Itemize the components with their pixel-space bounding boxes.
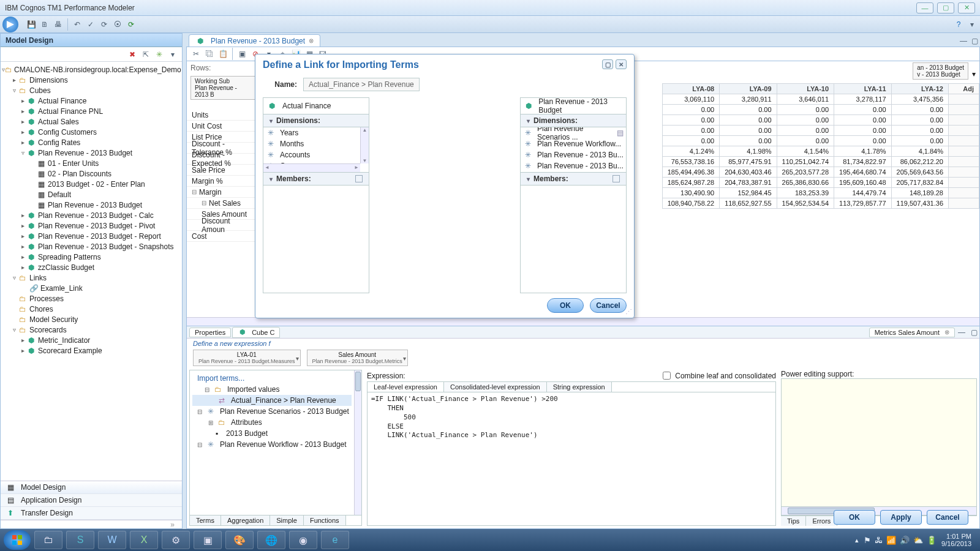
grid-cell[interactable]: 0.00 [834, 105, 891, 115]
grid-cell[interactable] [949, 115, 979, 126]
save-all-icon[interactable]: 🗎 [39, 19, 50, 30]
tab-functions[interactable]: Functions [304, 515, 346, 525]
dimension-item[interactable]: ✳Years [263, 127, 360, 138]
copy-icon[interactable]: ⿻ [204, 48, 215, 59]
tree-node[interactable]: Scorecard Example [38, 347, 102, 355]
system-clock[interactable]: 1:01 PM 9/16/2013 [941, 533, 971, 547]
stop-icon[interactable]: ⦿ [112, 19, 123, 30]
taskbar-explorer[interactable]: 🗀 [34, 531, 62, 549]
dimensions-header[interactable]: Dimensions: [520, 114, 627, 127]
delete-icon[interactable]: ✖ [127, 49, 138, 60]
grid-cell[interactable] [949, 167, 979, 178]
tab-properties[interactable]: Properties [189, 328, 231, 337]
combine-checkbox[interactable] [663, 372, 671, 380]
grid-cell[interactable]: 183,253.39 [777, 188, 834, 198]
link-name-field[interactable]: Actual_Finance > Plan Revenue [303, 78, 420, 91]
tree-node[interactable]: Model Security [29, 315, 78, 324]
dialog-close-button[interactable]: ✕ [616, 59, 627, 69]
dimension-item[interactable]: ✳Plan Revenue - 2013 Bu... [521, 160, 626, 171]
measure-row[interactable]: Margin % [187, 176, 260, 187]
cut-icon[interactable]: ✂ [190, 48, 202, 59]
grid-cell[interactable]: 3,278,117 [834, 94, 891, 105]
source-cube-header[interactable]: ⬢Actual Finance [263, 97, 369, 114]
grid-cell[interactable] [949, 136, 979, 146]
resize-handle[interactable]: ⋰ [625, 308, 632, 316]
grid-cell[interactable]: 0.00 [662, 115, 719, 126]
measure-row[interactable]: Net Sales [187, 198, 260, 209]
grid-cell[interactable]: 3,280,911 [720, 94, 777, 105]
tree-node[interactable]: Examle_Link [40, 284, 83, 293]
column-header[interactable]: LYA-11 [834, 84, 891, 94]
terms-node[interactable]: Attributes [231, 418, 262, 427]
tree-node[interactable]: 2013 Budget - 02 - Enter Plan [48, 180, 145, 189]
grid-cell[interactable]: 0.00 [834, 136, 891, 146]
data-grid[interactable]: LYA-08LYA-09LYA-10LYA-11LYA-12Adj 3,069,… [662, 83, 979, 209]
grid-cell[interactable]: 154,952,534.54 [777, 198, 834, 209]
source-members-list[interactable] [263, 186, 369, 293]
grid-cell[interactable]: 0.00 [891, 126, 948, 136]
help-dropdown-icon[interactable]: ▾ [967, 19, 978, 30]
tree-node[interactable]: Scorecards [29, 326, 67, 334]
grid-cell[interactable]: 0.00 [834, 126, 891, 136]
battery-icon[interactable]: 🔋 [927, 536, 937, 545]
dimension-item[interactable]: ✳Plan Revenue Workflow... [521, 138, 626, 149]
tab-application-design[interactable]: ▤Application Design [1, 494, 182, 507]
grid-cell[interactable]: 152,984.45 [720, 188, 777, 198]
grid-cell[interactable]: 0.00 [777, 126, 834, 136]
grid-cell[interactable]: 185,624,987.28 [662, 178, 719, 188]
tree-node[interactable]: Spreading Patterns [38, 253, 101, 261]
terms-node[interactable]: Plan Revenue Workflow - 2013 Budget [220, 440, 347, 449]
cloud-icon[interactable]: ⛅ [913, 536, 923, 545]
context-selector[interactable]: Working Sub Plan Revenue - 2013 B [190, 76, 256, 100]
tree-node[interactable]: Plan Revenue - 2013 Budget - Report [38, 232, 161, 241]
grid-cell[interactable]: 113,729,857.77 [834, 198, 891, 209]
tree-node[interactable]: Actual Finance PNL [38, 107, 103, 116]
commit-icon[interactable]: ▣ [236, 48, 247, 59]
close-button[interactable]: ✕ [958, 2, 975, 13]
tab-cube-calc[interactable]: ⬢Cube C [232, 327, 280, 338]
tree-node[interactable]: Plan Revenue - 2013 Budget - Calc [38, 211, 154, 220]
wifi-icon[interactable]: 📶 [886, 536, 896, 545]
dimension-item[interactable]: ✳Months [263, 138, 360, 149]
tree-node[interactable]: Chores [29, 305, 53, 313]
grid-cell[interactable]: 0.00 [891, 136, 948, 146]
dialog-cancel-button[interactable]: Cancel [590, 298, 627, 313]
grid-cell[interactable]: 76,553,738.16 [662, 157, 719, 167]
grid-cell[interactable] [949, 146, 979, 157]
grid-cell[interactable]: 265,203,577.28 [777, 167, 834, 178]
dialog-ok-button[interactable]: OK [547, 298, 584, 313]
grid-cell[interactable]: 3,646,011 [777, 94, 834, 105]
terms-node[interactable]: Plan Revenue Scenarios - 2013 Budget [220, 407, 349, 416]
tray-expand-icon[interactable]: ▴ [855, 536, 859, 544]
column-header[interactable]: LYA-12 [891, 84, 948, 94]
target-dimensions-list[interactable]: ✳Plan Revenue Scenarios ...▤✳Plan Revenu… [520, 127, 627, 173]
grid-cell[interactable]: 130,490.90 [662, 188, 719, 198]
collapse-icon[interactable]: ⇱ [140, 49, 151, 60]
dimensions-header[interactable]: Dimensions: [263, 114, 369, 127]
taskbar-app1[interactable]: ⚙ [162, 531, 190, 549]
tab-tips[interactable]: Tips [781, 516, 806, 526]
target-members-list[interactable] [520, 186, 627, 293]
power-editing-box[interactable] [781, 378, 977, 507]
tree-node[interactable]: Metric_Indicator [38, 336, 90, 345]
grid-cell[interactable]: 0.00 [662, 136, 719, 146]
grid-cell[interactable]: 4,1.98% [720, 146, 777, 157]
tab-transfer-design[interactable]: ⬆Transfer Design [1, 507, 182, 520]
tab-consolidated-expr[interactable]: Consolidated-level expression [444, 382, 547, 392]
paste-icon[interactable]: 📋 [217, 48, 228, 59]
tree-node[interactable]: Default [48, 190, 71, 199]
tree-node[interactable]: Dimensions [29, 76, 68, 84]
maximize-pane-icon[interactable]: ▢ [969, 36, 980, 47]
measure-row[interactable]: Discount Amoun [187, 220, 260, 231]
tree-node[interactable]: CMALONE-NB.ironsidegroup.local:Expense_D… [14, 66, 181, 74]
tree-node[interactable]: Plan Revenue - 2013 Budget [48, 201, 142, 209]
grid-cell[interactable]: 204,783,387.91 [720, 178, 777, 188]
source-dimensions-list[interactable]: ✳Years✳Months✳Accounts✳Org [263, 127, 369, 173]
measure-selector[interactable]: LYA-01Plan Revenue - 2013 Budget.Measure… [193, 350, 301, 366]
grid-cell[interactable]: 4,1.84% [891, 146, 948, 157]
grid-cell[interactable] [949, 178, 979, 188]
dimension-item[interactable]: ✳Accounts [263, 149, 360, 160]
minimize-pane-icon[interactable]: — [958, 36, 969, 47]
column-header[interactable]: Adj [949, 84, 979, 94]
rebuild-icon[interactable]: ⟳ [126, 19, 137, 30]
